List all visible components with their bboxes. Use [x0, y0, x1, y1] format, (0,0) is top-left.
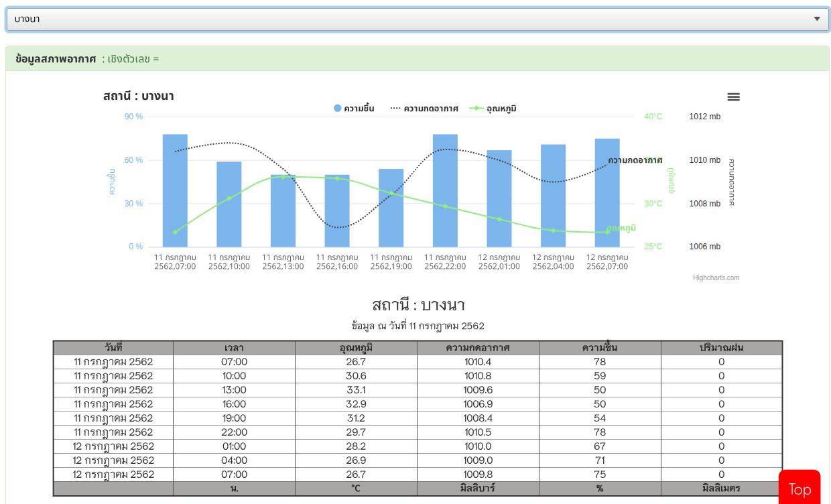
svg-text:25°C: 25°C — [645, 242, 663, 251]
svg-text:1010 mb: 1010 mb — [690, 155, 721, 165]
svg-text:30 %: 30 % — [125, 199, 143, 208]
svg-text:1008 mb: 1008 mb — [690, 199, 721, 208]
svg-text:30°C: 30°C — [645, 199, 663, 208]
svg-text:40°C: 40°C — [645, 112, 663, 121]
svg-text:1012 mb: 1012 mb — [690, 112, 721, 121]
svg-text:1006 mb: 1006 mb — [690, 242, 721, 251]
svg-text:90 %: 90 % — [125, 112, 143, 121]
svg-text:0 %: 0 % — [129, 242, 143, 251]
svg-text:60 %: 60 % — [125, 155, 143, 165]
svg-text:Highcharts.com: Highcharts.com — [693, 274, 739, 281]
svg-text:35°C: 35°C — [645, 155, 663, 165]
